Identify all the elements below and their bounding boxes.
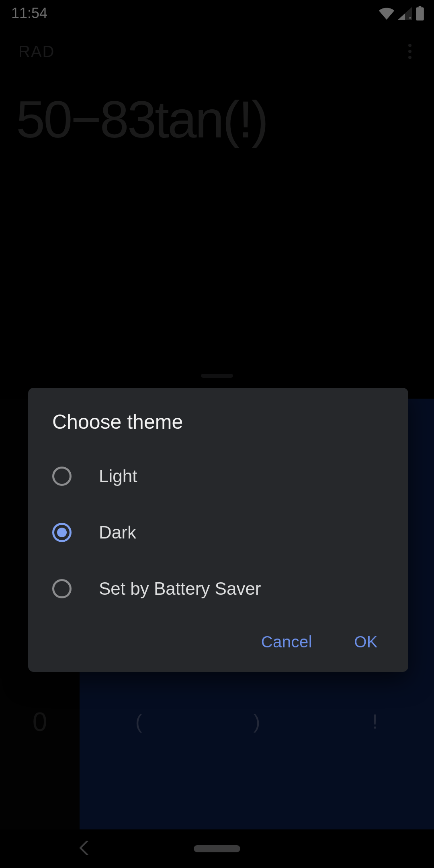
radio-checked-icon xyxy=(52,523,72,542)
dialog-title: Choose theme xyxy=(28,410,408,448)
theme-option-label: Dark xyxy=(99,522,136,542)
dialog-actions: Cancel OK xyxy=(28,617,408,662)
choose-theme-dialog: Choose theme Light Dark Set by Battery S… xyxy=(28,388,408,672)
theme-option-label: Set by Battery Saver xyxy=(99,579,261,599)
theme-option-battery-saver[interactable]: Set by Battery Saver xyxy=(28,561,408,617)
theme-option-light[interactable]: Light xyxy=(28,448,408,504)
theme-option-dark[interactable]: Dark xyxy=(28,504,408,561)
ok-button[interactable]: OK xyxy=(354,633,378,651)
radio-unchecked-icon xyxy=(52,467,72,486)
cancel-button[interactable]: Cancel xyxy=(261,633,313,651)
radio-unchecked-icon xyxy=(52,579,72,598)
theme-option-label: Light xyxy=(99,466,137,486)
